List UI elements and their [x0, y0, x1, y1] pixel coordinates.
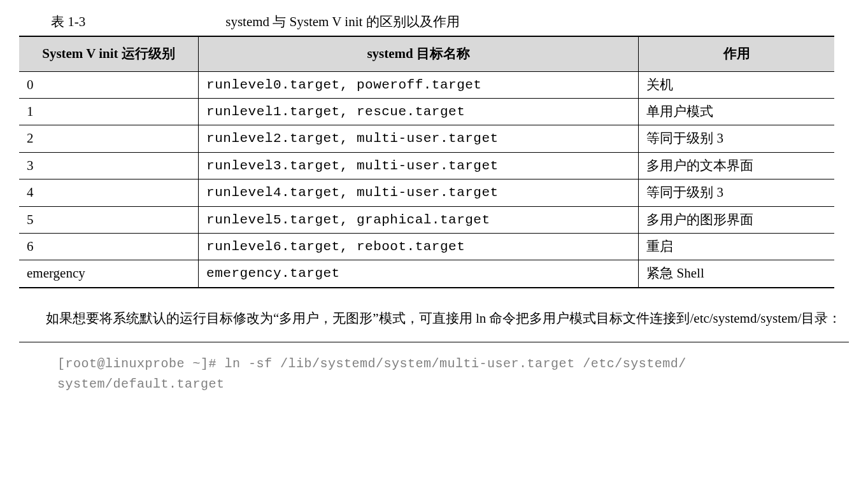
- table-number: 表 1-3: [51, 13, 85, 31]
- cell-target: runlevel0.target, poweroff.target: [199, 71, 639, 98]
- table-caption: 表 1-3 systemd 与 System V init 的区别以及作用: [13, 13, 855, 31]
- column-header-target: systemd 目标名称: [199, 36, 639, 71]
- cell-level: 0: [19, 71, 199, 98]
- cell-desc: 等同于级别 3: [639, 179, 834, 206]
- cell-level: 1: [19, 98, 199, 125]
- cell-desc: 等同于级别 3: [639, 125, 834, 152]
- table-row: emergency emergency.target 紧急 Shell: [19, 260, 834, 288]
- cell-target: runlevel1.target, rescue.target: [199, 98, 639, 125]
- code-line: [root@linuxprobe ~]# ln -sf /lib/systemd…: [57, 354, 849, 374]
- cell-target: runlevel3.target, multi-user.target: [199, 152, 639, 179]
- cell-level: 3: [19, 152, 199, 179]
- table-header-row: System V init 运行级别 systemd 目标名称 作用: [19, 36, 834, 71]
- runlevel-table: System V init 运行级别 systemd 目标名称 作用 0 run…: [19, 36, 834, 288]
- cell-level: emergency: [19, 260, 199, 288]
- table-row: 6 runlevel6.target, reboot.target 重启: [19, 233, 834, 260]
- body-paragraph: 如果想要将系统默认的运行目标修改为“多用户，无图形”模式，可直接用 ln 命令把…: [19, 306, 849, 332]
- table-row: 2 runlevel2.target, multi-user.target 等同…: [19, 125, 834, 152]
- cell-desc: 紧急 Shell: [639, 260, 834, 288]
- table-row: 0 runlevel0.target, poweroff.target 关机: [19, 71, 834, 98]
- cell-desc: 单用户模式: [639, 98, 834, 125]
- code-block: [root@linuxprobe ~]# ln -sf /lib/systemd…: [19, 342, 849, 395]
- column-header-desc: 作用: [639, 36, 834, 71]
- cell-desc: 关机: [639, 71, 834, 98]
- table-row: 3 runlevel3.target, multi-user.target 多用…: [19, 152, 834, 179]
- cell-target: runlevel5.target, graphical.target: [199, 206, 639, 233]
- table-row: 1 runlevel1.target, rescue.target 单用户模式: [19, 98, 834, 125]
- cell-level: 2: [19, 125, 199, 152]
- cell-desc: 多用户的文本界面: [639, 152, 834, 179]
- table-row: 5 runlevel5.target, graphical.target 多用户…: [19, 206, 834, 233]
- code-line: system/default.target: [57, 374, 849, 395]
- cell-level: 6: [19, 233, 199, 260]
- cell-target: runlevel6.target, reboot.target: [199, 233, 639, 260]
- cell-desc: 重启: [639, 233, 834, 260]
- cell-desc: 多用户的图形界面: [639, 206, 834, 233]
- table-title: systemd 与 System V init 的区别以及作用: [225, 13, 459, 31]
- cell-level: 4: [19, 179, 199, 206]
- column-header-runlevel: System V init 运行级别: [19, 36, 199, 71]
- cell-target: runlevel2.target, multi-user.target: [199, 125, 639, 152]
- cell-level: 5: [19, 206, 199, 233]
- table-row: 4 runlevel4.target, multi-user.target 等同…: [19, 179, 834, 206]
- cell-target: runlevel4.target, multi-user.target: [199, 179, 639, 206]
- cell-target: emergency.target: [199, 260, 639, 288]
